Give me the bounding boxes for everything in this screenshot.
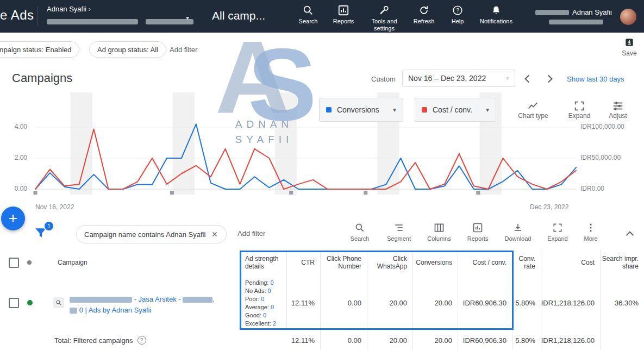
account-selector[interactable]: Adnan Syafii › [47,5,193,25]
metric-selector-2[interactable]: Cost / conv. ▾ [415,98,496,122]
topnav-search[interactable]: Search [293,4,323,25]
status-column-header [27,250,41,275]
column-header-click-whatsapp[interactable]: Click WhatsApp [367,250,413,275]
y-left-tick-2: 2.00 [8,154,27,161]
column-header-conv-rate[interactable]: Conv. rate [512,250,541,275]
chevron-down-icon: ▾ [486,106,489,114]
prev-period-button[interactable] [521,72,535,86]
expand-icon [552,222,563,233]
column-header-campaign[interactable]: Campaign [41,250,241,275]
column-label: Cost / conv. [473,259,507,266]
ads-value[interactable]: 0 [261,296,264,302]
avatar[interactable] [620,9,636,25]
total-conv-rate-cell: 5.80% [512,330,541,350]
new-campaign-fab[interactable]: + [1,207,25,230]
chevron-right-icon: › [89,5,91,13]
top-app-bar: e Ads Adnan Syafii › ▾ All camp... Searc… [0,0,644,33]
table-add-filter-link[interactable]: Add filter [237,229,265,238]
ads-value[interactable]: 0 [263,312,266,318]
save-button[interactable]: Save [618,37,640,57]
table-columns-button[interactable]: Columns [423,222,455,242]
total-cost-cell: IDR1,218,126.00 [541,330,601,350]
table-download-button[interactable]: Download [500,222,536,242]
campaign-cell: - Jasa Arsitek - , 0 | Ads by Adnan Syaf… [41,275,241,330]
add-filter-link[interactable]: Add filter [170,46,197,54]
adjust-icon [612,100,624,112]
ads-value[interactable]: 0 [271,279,274,286]
next-period-button[interactable] [542,72,557,86]
y-right-tick-50k: IDR50,000.00 [580,154,643,161]
topnav-tools-settings[interactable]: Tools and settings [365,4,403,32]
column-header-click-phone[interactable]: Click Phone Number [321,250,367,275]
ad-group-status-chip[interactable]: Ad group status: All [89,41,166,58]
topnav-reports[interactable]: Reports [326,4,361,25]
table-search-button[interactable]: Search [343,222,376,242]
show-last-30-days-link[interactable]: Show last 30 days [567,75,624,83]
metric-selector-1[interactable]: Conversions ▾ [319,98,403,122]
page-header: Campaigns Custom Nov 16 – Dec 23, 2022 ▾… [0,65,644,93]
ads-value[interactable]: 0 [268,288,271,294]
remove-filter-icon[interactable] [211,230,218,238]
topnav-notifications-label: Notifications [480,18,512,25]
date-range-picker[interactable]: Nov 16 – Dec 23, 2022 ▾ [402,70,515,87]
table-expand-button[interactable]: Expand [541,222,574,242]
ads-label: Excellent: [245,320,271,327]
ads-label: Pending: [245,279,268,286]
conv-rate-cell: 5.80% [512,275,541,330]
ad-strength-line: Good: 0 [245,311,276,320]
filter-count-badge: 1 [43,221,54,232]
ads-value[interactable]: 2 [273,320,276,327]
column-label: CTR [301,259,315,266]
topnav-search-label: Search [299,18,318,25]
campaign-name-filter-chip[interactable]: Campaign name contains Adnan Syafii [76,225,227,243]
row-checkbox[interactable] [9,298,19,308]
collapse-toolbar-button[interactable] [623,227,637,241]
ad-strength-line: No Ads: 0 [245,287,276,295]
redacted-bar [535,10,569,15]
topnav-help[interactable]: ? Help [447,4,468,25]
ads-value[interactable]: 0 [271,304,274,310]
campaign-preview-icon[interactable] [53,297,64,308]
topnav-refresh[interactable]: Refresh [408,4,440,25]
topnav-help-label: Help [452,18,464,25]
table-row: - Jasa Arsitek - , 0 | Ads by Adnan Syaf… [0,275,644,331]
chevron-down-icon[interactable]: ▾ [186,14,189,22]
select-all-checkbox[interactable] [9,258,19,268]
topnav-reports-label: Reports [333,18,354,25]
table-segment-label: Segment [387,235,411,242]
ad-strength-line: Excellent: 2 [245,320,276,328]
chart-expand-button[interactable]: Expand [564,100,595,120]
performance-chart: Conversions ▾ Cost / conv. ▾ Chart type … [0,92,644,217]
chart-adjust-button[interactable]: Adjust [603,100,633,120]
column-header-ctr[interactable]: CTR [287,250,321,275]
campaign-status-chip[interactable]: Campaign status: Enabled [0,41,79,58]
table-more-button[interactable]: More [579,222,603,242]
column-label: Click Phone Number [321,255,361,270]
redacted-bar [47,19,138,24]
select-all-checkbox-cell [9,250,27,275]
expand-icon [573,100,585,112]
topnav-notifications[interactable]: Notifications [472,4,521,25]
metric2-label: Cost / conv. [433,105,472,114]
total-click-whatsapp-cell: 20.00 [367,330,413,350]
chart-expand-label: Expand [568,112,591,120]
table-header-row: Campaign Ad strength details CTR Click P… [0,250,644,276]
click-whatsapp-cell: 20.00 [367,275,413,330]
campaign-name-link[interactable]: - Jasa Arsitek - , 0 | Ads by Adnan Syaf… [70,294,215,316]
topnav-tools-label: Tools and settings [365,18,403,32]
column-header-search-impr[interactable]: Search impr. share [601,250,644,275]
table-reports-button[interactable]: Reports [461,222,494,242]
column-header-cost-conv[interactable]: Cost / conv. [458,250,512,275]
chart-type-button[interactable]: Chart type [515,100,551,120]
chevron-up-icon [623,227,637,241]
column-header-cost[interactable]: Cost [541,250,601,275]
column-header-ad-strength[interactable]: Ad strength details [241,250,287,275]
help-icon[interactable]: ? [137,336,146,345]
bell-icon [490,4,502,16]
chevron-down-icon: ▾ [506,74,509,82]
chart-type-label: Chart type [518,112,548,120]
column-header-conversions[interactable]: Conversions [413,250,458,275]
ad-strength-line: Pending: 0 [245,279,276,287]
table-segment-button[interactable]: Segment [383,222,415,242]
y-left-tick-4: 4.00 [8,123,27,130]
